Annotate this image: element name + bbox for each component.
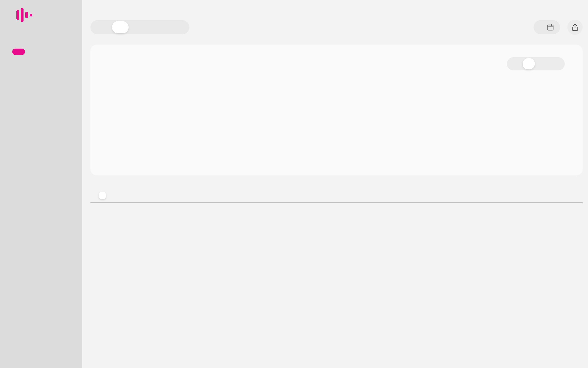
app-window <box>0 0 588 368</box>
tab-by-sites[interactable] <box>92 20 112 34</box>
toggle-day[interactable] <box>523 58 535 69</box>
sidebar <box>0 0 82 368</box>
tab-outgoing[interactable] <box>148 20 168 34</box>
date-range-picker[interactable] <box>534 20 560 34</box>
upload-icon <box>571 23 579 31</box>
sidebar-item-speech-analytics[interactable] <box>16 56 82 62</box>
sidebar-item-acquisition[interactable] <box>16 42 82 49</box>
tab-all-calls[interactable] <box>112 21 129 33</box>
app-logo[interactable] <box>0 7 82 23</box>
logo-soundwave-icon <box>16 8 32 22</box>
sidebar-item-ad-campaings[interactable] <box>16 80 82 86</box>
table-header <box>90 187 583 203</box>
sidebar-item-websites[interactable] <box>16 86 82 93</box>
granularity-toggle <box>507 57 565 70</box>
sidebar-item-dashboards[interactable] <box>16 29 82 36</box>
sidebar-item-numbers[interactable] <box>16 93 82 99</box>
main-content <box>82 0 588 368</box>
controls-row <box>90 20 583 35</box>
sidebar-item-calls-log[interactable] <box>12 49 25 55</box>
select-all-checkbox[interactable] <box>99 192 106 199</box>
tab-incoming[interactable] <box>129 20 148 34</box>
toggle-month[interactable] <box>549 57 563 70</box>
table-body <box>90 203 583 207</box>
tab-blocked[interactable] <box>168 20 187 34</box>
sidebar-nav <box>0 29 82 99</box>
sidebar-item-business-analytics[interactable] <box>16 36 82 42</box>
toggle-hour[interactable] <box>508 57 523 70</box>
toggle-week[interactable] <box>535 57 549 70</box>
calls-table <box>90 187 583 207</box>
report-tabs <box>90 20 189 34</box>
calls-chart-card <box>90 45 583 175</box>
calendar-icon <box>546 23 554 31</box>
export-button[interactable] <box>567 20 583 35</box>
sidebar-item-web2call[interactable] <box>16 74 82 80</box>
